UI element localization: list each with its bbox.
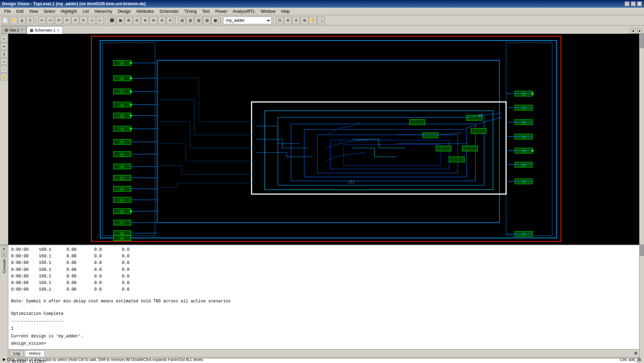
- menu-item-view[interactable]: View: [26, 8, 41, 15]
- zoom-out-tool[interactable]: −: [1, 66, 8, 73]
- col-val3: 0.0: [94, 247, 115, 253]
- menu-item-highlight[interactable]: Highlight: [58, 8, 80, 15]
- svg-text:[3]: [3]: [522, 180, 526, 183]
- hand-tool-left[interactable]: ✋: [1, 73, 8, 80]
- btn20[interactable]: ▨: [203, 17, 211, 24]
- schematic-canvas[interactable]: [0] [6] [7] [2] [3] [4] [1] [5] [4]: [8, 34, 644, 245]
- btn13[interactable]: ⊕: [141, 17, 149, 24]
- panel-toggle-down[interactable]: ✕: [2, 252, 7, 257]
- menu-item-window[interactable]: Window: [258, 8, 279, 15]
- menu-item-help[interactable]: Help: [278, 8, 292, 15]
- search-tool[interactable]: 🔍: [317, 17, 325, 24]
- btn8[interactable]: ▷: [96, 17, 104, 24]
- btn9[interactable]: ⬛: [108, 17, 116, 24]
- col-time: 0:00:00: [11, 247, 32, 253]
- svg-text:p2: p2: [479, 113, 483, 117]
- tab-log[interactable]: Log: [10, 350, 24, 356]
- menu-item-file[interactable]: File: [1, 8, 14, 15]
- btn18[interactable]: ▥: [186, 17, 194, 24]
- svg-text:[2]: [2]: [522, 92, 526, 96]
- statusbar-left: ▶ Click objects or drag a box to select …: [3, 357, 203, 362]
- info-tool[interactable]: ℹ: [1, 51, 8, 57]
- canvas-vscroll-thumb[interactable]: [640, 34, 644, 48]
- undo-button[interactable]: ↩: [38, 17, 46, 24]
- menu-item-analyzertl[interactable]: AnalyzeRTL: [230, 8, 258, 15]
- menu-item-list[interactable]: List: [80, 8, 92, 15]
- tab-schematic1-close[interactable]: ✕: [57, 28, 60, 32]
- btn11[interactable]: ⊞: [125, 17, 132, 24]
- btn7[interactable]: ◁: [88, 17, 96, 24]
- btn21[interactable]: ▩: [211, 17, 219, 24]
- btn4[interactable]: ⟳: [63, 17, 71, 24]
- menu-item-timing[interactable]: Timing: [182, 8, 200, 15]
- menu-item-hierarchy[interactable]: Hierarchy: [92, 8, 115, 15]
- select-tool[interactable]: ↖: [1, 35, 8, 42]
- svg-text:[0]: [0]: [121, 61, 124, 65]
- btn6[interactable]: ↻: [80, 17, 87, 24]
- btn3[interactable]: ⟲: [55, 17, 62, 24]
- design-selector[interactable]: my_adder: [223, 17, 272, 24]
- menu-item-attributes[interactable]: Attributes: [133, 8, 157, 15]
- svg-text:[7]: [7]: [522, 232, 526, 236]
- btn5[interactable]: ↺: [71, 17, 79, 24]
- menu-item-design[interactable]: Design: [115, 8, 133, 15]
- zoom-out[interactable]: ⊖: [292, 17, 300, 24]
- tab-history[interactable]: History: [25, 350, 44, 356]
- tab-scroll-right[interactable]: ►: [637, 28, 643, 34]
- print-button[interactable]: 🖨: [18, 17, 26, 24]
- menu-item-test[interactable]: Test: [200, 8, 213, 15]
- minimize-button[interactable]: ─: [625, 1, 629, 6]
- svg-text:[7]: [7]: [121, 90, 124, 94]
- new-button[interactable]: 📄: [1, 17, 9, 24]
- redo-button[interactable]: ↪: [46, 17, 54, 24]
- tab-scroll-left[interactable]: ◄: [630, 28, 636, 34]
- panel-toggle-up[interactable]: ▲: [2, 246, 7, 251]
- svg-point-87: [130, 104, 132, 106]
- btn12[interactable]: ⊟: [133, 17, 141, 24]
- print2-button[interactable]: ⎙: [26, 17, 34, 24]
- canvas-vscrollbar[interactable]: [639, 34, 644, 245]
- maximize-button[interactable]: □: [631, 1, 636, 6]
- btn14[interactable]: ⊗: [150, 17, 157, 24]
- zoom-area[interactable]: ⊞: [301, 17, 308, 24]
- menu-item-schematic[interactable]: Schematic: [157, 8, 182, 15]
- btn10[interactable]: ▦: [116, 17, 124, 24]
- sep1: [35, 17, 37, 24]
- console-tabs: Log History ⚙: [8, 349, 639, 357]
- svg-text:[3]: [3]: [121, 198, 124, 202]
- btn15[interactable]: ⊖: [158, 17, 166, 24]
- console-data-row: 0:00:00 160.1 0.00 0.0 0.0: [11, 260, 636, 266]
- tab-hier1-close[interactable]: ✕: [21, 28, 24, 32]
- zoom-fit[interactable]: ⊡: [276, 17, 283, 24]
- titlebar: Design Vision - TopLevel.1 (my_adder) (o…: [0, 0, 644, 8]
- cell-info: Cell: add_35: [620, 357, 641, 362]
- btn16[interactable]: ⊘: [166, 17, 174, 24]
- close-button[interactable]: ✕: [637, 1, 642, 6]
- open-button[interactable]: 📂: [10, 17, 17, 24]
- console-settings-btn[interactable]: ⚙: [634, 351, 638, 356]
- title-text: Design Vision - TopLevel.1 (my_adder) (o…: [2, 1, 145, 6]
- hand-tool[interactable]: ✋: [309, 17, 317, 24]
- tabs-end: ◄ ►: [630, 28, 643, 34]
- pencil-tool[interactable]: ✏: [1, 43, 8, 50]
- svg-rect-0: [89, 34, 563, 245]
- sep5: [273, 17, 274, 24]
- svg-text:[4]: [4]: [121, 127, 124, 131]
- tab-hier1-label: Hier.1: [9, 28, 19, 32]
- zoom-in[interactable]: ⊕: [284, 17, 292, 24]
- svg-rect-62: [409, 119, 425, 125]
- console-data-row: 0:00:00 160.1 0.00 0.0 0.0: [11, 280, 636, 286]
- console-section: 0:00:00 160.1 0.00 0.0 0.0 0:00:00 160.1…: [8, 245, 639, 363]
- menu-item-edit[interactable]: Edit: [14, 8, 26, 15]
- menu-item-power[interactable]: Power: [213, 8, 230, 15]
- console-label[interactable]: Console: [1, 258, 8, 274]
- zoom-in-tool[interactable]: +: [1, 58, 8, 65]
- console-vscrollbar[interactable]: [639, 245, 644, 363]
- col-val4: 0.0: [122, 247, 143, 253]
- btn17[interactable]: ▤: [178, 17, 186, 24]
- menu-item-select[interactable]: Select: [41, 8, 58, 15]
- tab-schematic1[interactable]: ▦ Schematic.1 ✕: [27, 26, 63, 34]
- btn19[interactable]: ▧: [195, 17, 202, 24]
- console-vscroll-thumb[interactable]: [640, 246, 644, 256]
- tab-hier1[interactable]: ▤ Hier.1 ✕: [1, 26, 27, 34]
